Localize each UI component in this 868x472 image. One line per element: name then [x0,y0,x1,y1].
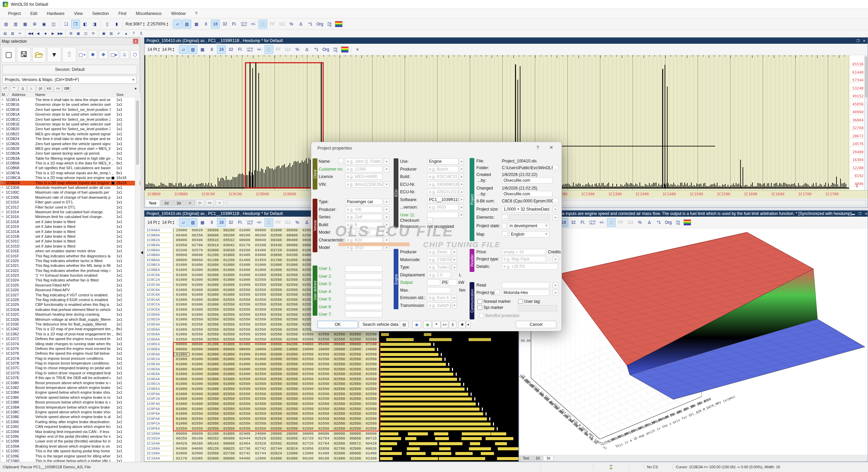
hex-value[interactable]: 02550 [269,392,284,396]
ecu-input[interactable] [427,212,458,218]
hex-value[interactable]: 02550 [332,427,348,431]
hex-value[interactable]: 01000 [174,268,190,272]
hex-value[interactable]: 02850 [332,436,348,440]
hex-value[interactable]: 02550 [332,412,348,416]
hex-value[interactable]: 02550 [348,412,363,416]
map-row-1C0B1E[interactable]: ∗1C0B1EGovernor slope to be used when se… [0,122,140,127]
hex-value[interactable]: 02550 [190,332,205,336]
hex-value[interactable]: 01000 [205,352,221,356]
map-row-1C1062[interactable]: ∗1C1062This is a 1D map of post-heat eng… [0,332,140,337]
map-row-1C1029[interactable]: 1C1029CBP functionality is enabled when … [0,302,140,307]
hex-value[interactable]: 02500 [269,233,284,237]
hex-value[interactable]: 12000 [253,456,269,460]
map-row-1C0BCA[interactable]: ∗1C0BCAThis is a 2D map whose inputs are… [0,176,140,180]
menu-selection[interactable]: Selection [87,10,114,17]
width-32-button[interactable]: 32 [569,218,578,227]
engine-expand-button[interactable]: > [452,264,457,270]
hex-value[interactable]: 02550 [284,293,300,297]
engine-input[interactable]: e.g. Z19DTH [427,257,451,263]
hex-value[interactable]: 12000 [269,347,284,351]
hex-value[interactable]: 02550 [205,397,221,401]
hex-value[interactable]: 02550 [221,332,237,336]
percent-button[interactable]: % [293,45,302,54]
hex-value[interactable]: 08000 [237,347,253,351]
hex-value[interactable]: 02300 [348,456,363,460]
forward-button[interactable]: ▶ [50,30,56,37]
hex-value[interactable]: 02550 [300,367,316,371]
hex-value[interactable]: 02550 [316,407,332,411]
hex-value[interactable]: 00026 [363,447,379,451]
hex-value[interactable]: 02658 [174,243,190,247]
hex-value[interactable]: 02550 [332,397,348,401]
hex-value[interactable]: 02550 [284,421,300,426]
difference-button[interactable]: Δ [645,218,654,227]
ecu-expand-button[interactable]: > [459,174,464,180]
hex-value[interactable]: 02550 [332,377,348,381]
hex-value[interactable]: 02550 [253,392,269,396]
hex-value[interactable]: 01000 [221,293,237,297]
hex-value[interactable]: 00000 [363,432,379,436]
map-row-1C1030[interactable]: ∗1C1030The debounce time for Batt_supply… [0,322,140,327]
vertical-scrollbar[interactable] [864,55,868,190]
hex-value[interactable]: 02550 [253,283,269,287]
hex-value[interactable]: 01200 [205,342,221,346]
hex-value[interactable]: 02550 [269,298,284,302]
project-created-by[interactable]: Olsecufile.com [502,177,553,183]
hex-value[interactable]: 02550 [284,397,300,401]
engine-expand-button[interactable]: > [452,249,457,255]
hex-value[interactable]: 01000 [174,288,190,292]
map-row-1C0B3A[interactable]: ∗1C0B3ATable for filtering engine speed … [0,156,140,161]
hex-value[interactable]: 02000 [190,347,205,351]
ecu-input[interactable]: e.g. 0281012113 [427,189,458,195]
hex-value[interactable]: 02550 [253,302,269,307]
hex-value[interactable]: 01000 [190,283,205,287]
rotation-control[interactable]: Rot:306?▲▼ [125,22,145,26]
hex-value[interactable]: 28000 [284,432,300,436]
close-icon[interactable]: x [133,39,138,44]
display-hex-button[interactable]: FF [268,20,277,28]
hex-value[interactable]: 00715 [363,436,379,440]
hex-value[interactable]: 02550 [300,427,316,431]
hex-value[interactable]: 00000 [348,432,363,436]
client-input[interactable]: e.g. WAUZZZ8E35A23 [345,181,382,188]
hex-value[interactable]: 01000 [237,268,253,272]
comm-read-expand[interactable]: > [553,282,558,288]
hex-value[interactable]: 02550 [284,313,300,317]
hex-value[interactable]: 02550 [316,362,332,366]
hex-value[interactable]: 03030 [221,248,237,252]
hex-value[interactable]: 02550 [237,302,253,307]
hex-value[interactable]: 01000 [269,357,284,361]
sum-button[interactable]: ... [553,198,559,204]
hex-value[interactable]: 02550 [284,308,300,312]
hex-value[interactable]: 01000 [269,456,284,460]
hex-value[interactable]: 02550 [316,392,332,396]
map-row-1C1072[interactable]: ∗1C1072Defines the speed the engine must… [0,337,140,341]
hex-value[interactable]: 00429 [363,441,379,446]
hex-value[interactable]: 02550 [237,337,253,341]
display-hex-button[interactable]: FF [616,218,625,227]
session-button[interactable]: Session: Default [2,65,137,74]
hex-value[interactable]: 02000 [190,451,205,455]
difference-button[interactable]: Δ [302,218,311,227]
hex-value[interactable]: 03720 [269,248,284,252]
hex-value[interactable]: 02550 [348,377,363,381]
hex-value[interactable]: 02550 [253,313,269,317]
hex-value[interactable]: 02550 [253,377,269,381]
hex-value[interactable]: 01000 [205,392,221,396]
hex-value[interactable]: 02550 [284,427,300,431]
hex-value[interactable]: 00000 [237,238,253,242]
user-input[interactable] [345,266,382,272]
hex-value[interactable]: 00040 [253,238,269,242]
hex-value[interactable]: 00200 [253,233,269,237]
hex-value[interactable]: 01000 [253,263,269,267]
hex-value[interactable]: 01000 [174,377,190,381]
hex-value[interactable]: 10000 [253,347,269,351]
map-row-1C0B28[interactable]: ∗1C0B28MES gov slope until time since st… [0,146,140,151]
client-dots-button[interactable]: ... [338,158,344,164]
hex-value[interactable]: 02550 [253,293,269,297]
hex-value[interactable]: 02550 [269,362,284,366]
user-input[interactable] [345,281,382,287]
hex-value[interactable]: 01000 [221,377,237,381]
hex-value[interactable]: 02550 [316,427,332,431]
hex-value[interactable]: 02550 [253,407,269,411]
